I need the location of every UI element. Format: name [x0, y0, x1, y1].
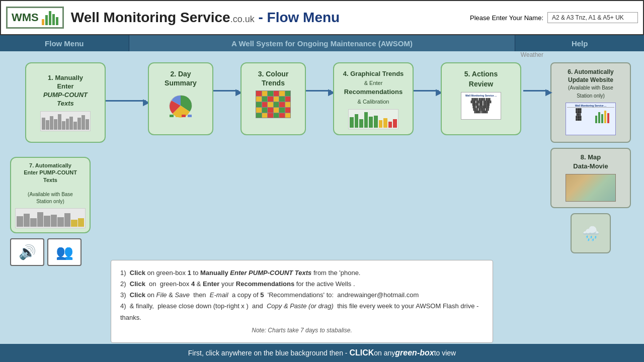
people-icon: 👥 [56, 244, 73, 260]
header: WMS Well Monitoring Service.co.uk - Flow… [0, 0, 644, 35]
bottom-left-section: 7. AutomaticallyEnter PUMP-COUNTTexts(Av… [10, 157, 91, 266]
info-line-2: 2) Click on green-box 4 & Enter your Rec… [120, 279, 484, 290]
step3-label: 3. ColourTrends [258, 69, 289, 87]
title-main: Well Monitoring Service [71, 10, 230, 25]
nav-flow-menu[interactable]: Flow Menu [0, 35, 129, 51]
arrow3-4: ▶ [306, 90, 331, 92]
step6-box[interactable]: 6. AutomaticallyUpdate Website(Available… [550, 62, 631, 143]
step4-label: 4. Graphical Trends& EnterRecommendation… [343, 69, 404, 106]
svg-rect-4 [188, 115, 192, 117]
svg-rect-9 [607, 113, 609, 123]
step2-label: 2. DaySummary [165, 69, 197, 87]
bottom-green-box-text: green-box [395, 348, 434, 357]
step7-box[interactable]: 7. AutomaticallyEnter PUMP-COUNTTexts(Av… [10, 157, 91, 233]
icon-buttons-row: 🔊 👥 [10, 238, 91, 266]
svg-rect-2 [176, 115, 180, 117]
step8-box[interactable]: 8. MapData-Movie [550, 148, 631, 208]
svg-rect-8 [604, 111, 606, 123]
title-flow: - Flow Menu [255, 10, 340, 25]
nav-help[interactable]: Help [515, 35, 644, 51]
step1-box[interactable]: 1. ManuallyEnterPUMP-COUNTTexts [25, 62, 106, 143]
info-box: 1) Click on green-box 1 to Manually Ente… [111, 260, 493, 343]
name-section: Please Enter Your Name: [470, 12, 638, 23]
logo-bar-chart-icon [42, 10, 58, 25]
step5-box[interactable]: 5. ActionsReview Well Monitoring Service… [441, 62, 521, 135]
step7-mini-chart [15, 208, 86, 228]
step4-mini-chart [348, 109, 398, 129]
bottom-text-5: to view [434, 349, 456, 357]
step4-box[interactable]: 4. Graphical Trends& EnterRecommendation… [333, 62, 414, 135]
navbar: Flow Menu A Well System for Ongoing Main… [0, 35, 644, 51]
bottom-text-1: First, click anywhere on the blue backgr… [188, 349, 348, 357]
info-line-4: 4) & finally, please close down (top-rig… [120, 301, 484, 323]
step2-box[interactable]: 2. DaySummary [148, 62, 213, 135]
svg-rect-1 [170, 115, 174, 117]
info-note: Note: Charts take 7 days to stabalise. [120, 325, 484, 335]
step7-label: 7. AutomaticallyEnter PUMP-COUNTTexts(Av… [15, 162, 86, 205]
bottom-bar: First, click anywhere on the blue backgr… [0, 344, 644, 362]
arrow1-2: ▶ [106, 100, 146, 102]
speaker-icon: 🔊 [19, 244, 36, 260]
svg-rect-7 [601, 114, 603, 123]
name-label: Please Enter Your Name: [470, 14, 543, 22]
weather-icon-button[interactable]: 🌧️ [571, 213, 611, 253]
weather-cloud-icon: 🌧️ [582, 225, 600, 242]
logo-wms-text: WMS [12, 11, 39, 24]
bottom-text-3: on any [374, 349, 395, 357]
weather-label: Weather [521, 51, 543, 58]
step5-mini-doc: Well Monitoring Service ... ████ ████ ██… [461, 92, 501, 120]
sound-icon-button[interactable]: 🔊 [10, 238, 44, 266]
header-title: Well Monitoring Service.co.uk - Flow Men… [71, 10, 470, 26]
svg-rect-6 [598, 112, 600, 123]
title-domain: .co.uk [230, 14, 255, 24]
right-column: 6. AutomaticallyUpdate Website(Available… [550, 62, 631, 253]
logo-box: WMS [6, 7, 64, 29]
arrow5-6: ▶ [523, 90, 548, 92]
step8-mini-map [566, 174, 616, 202]
step3-mini-grid [256, 90, 291, 118]
step1-label: 1. ManuallyEnterPUMP-COUNTTexts [43, 74, 88, 108]
nav-center-title: A Well System for Ongoing Maintenance (A… [129, 35, 516, 51]
svg-rect-3 [182, 115, 186, 117]
name-input[interactable] [547, 12, 638, 23]
svg-rect-5 [595, 116, 597, 123]
step6-mini-website: Well Monitoring Service ... ████████████… [566, 103, 616, 135]
step1-mini-chart [40, 111, 91, 131]
info-line-3: 3) Click on File & Save then E-mail a co… [120, 290, 484, 301]
step6-label: 6. AutomaticallyUpdate Website(Available… [568, 68, 614, 100]
arrow4-5: ▶ [414, 90, 439, 92]
step5-label: 5. ActionsReview [464, 69, 498, 89]
step8-label: 8. MapData-Movie [573, 153, 608, 171]
step2-mini-pie [166, 90, 196, 118]
people-icon-button[interactable]: 👥 [47, 238, 82, 266]
flow-row-top: 1. ManuallyEnterPUMP-COUNTTexts ▶ [25, 62, 634, 253]
bottom-click-text: CLICK [349, 348, 374, 357]
step3-box[interactable]: 3. ColourTrends [240, 62, 306, 135]
arrow2-3: ▶ [213, 90, 238, 92]
main-content: Weather 1. ManuallyEnterPUMP-COUNTTexts [0, 51, 644, 348]
info-line-1: 1) Click on green-box 1 to Manually Ente… [120, 267, 484, 279]
